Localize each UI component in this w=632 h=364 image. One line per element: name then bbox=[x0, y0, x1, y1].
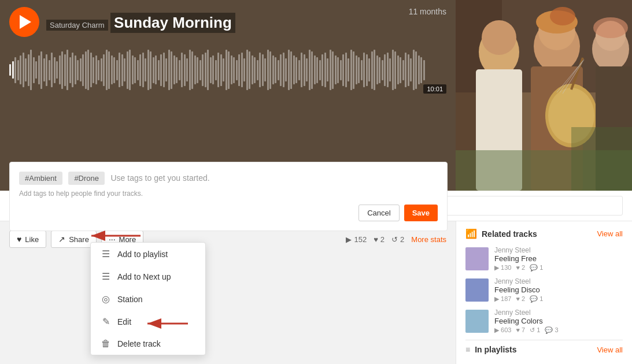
waveform-bar bbox=[150, 51, 151, 89]
waveform-bar bbox=[95, 55, 97, 84]
waveform-bar bbox=[408, 54, 409, 86]
tags-area: #Ambient #Drone Use tags to get you star… bbox=[9, 162, 448, 231]
related-stats-1: ▶ 130 ♥ 2 💬 1 bbox=[494, 264, 623, 272]
waveform-bar bbox=[400, 57, 401, 83]
waveform-bar bbox=[405, 53, 406, 87]
waveform-bar bbox=[30, 50, 32, 90]
related-info-1: Jenny Steel Feeling Free ▶ 130 ♥ 2 💬 1 bbox=[494, 246, 623, 272]
waveform-bar bbox=[205, 53, 206, 87]
waveform-bar bbox=[12, 61, 14, 79]
station-item[interactable]: ◎ Station bbox=[91, 288, 205, 310]
waveform-bar bbox=[210, 57, 212, 83]
waveform-bar bbox=[420, 57, 422, 83]
r2-plays: ▶ 187 bbox=[494, 295, 511, 303]
waveform-bar bbox=[272, 55, 274, 84]
waveform-bar bbox=[199, 60, 201, 80]
waveform-bar bbox=[207, 50, 209, 90]
waveform-bar bbox=[243, 58, 245, 81]
reposts-icon: ↺ bbox=[391, 235, 398, 244]
waveform-bar bbox=[246, 50, 248, 90]
delete-track-item[interactable]: 🗑 Delete track bbox=[91, 333, 205, 355]
arrow-annotation-2 bbox=[145, 315, 191, 332]
waveform-bar bbox=[382, 60, 383, 80]
delete-track-label: Delete track bbox=[117, 339, 161, 348]
playlists-view-all[interactable]: View all bbox=[597, 346, 623, 354]
waveform-bar bbox=[423, 60, 425, 80]
plays-count: 152 bbox=[354, 235, 367, 244]
waveform-bar bbox=[217, 53, 219, 87]
waveform-bar bbox=[345, 53, 347, 87]
waveform-bar bbox=[82, 54, 84, 86]
waveform-bar bbox=[389, 58, 391, 81]
waveform-bar bbox=[226, 50, 227, 90]
waveform-bar bbox=[35, 61, 37, 79]
waveform-bar bbox=[228, 51, 230, 89]
waveform-icon: 📶 bbox=[465, 228, 477, 239]
edit-icon: ✎ bbox=[100, 316, 112, 327]
heart-icon: ♥ bbox=[17, 235, 21, 244]
waveform-bar bbox=[113, 57, 115, 83]
waveform-bar bbox=[285, 58, 287, 81]
waveform-bar bbox=[361, 60, 363, 80]
waveform-bar bbox=[181, 53, 183, 87]
waveform-bar bbox=[176, 57, 178, 83]
left-panel: ♥ Like ↗ Share ··· More bbox=[0, 221, 456, 364]
waveform-bar bbox=[90, 53, 92, 87]
waveform-bar bbox=[23, 53, 24, 87]
in-playlists-header: ≡ In playlists View all bbox=[465, 340, 623, 354]
waveform-bar bbox=[147, 50, 149, 90]
waveform-bar bbox=[9, 64, 11, 76]
waveform-bar bbox=[184, 54, 186, 86]
waveform-bar bbox=[77, 60, 79, 80]
related-thumb-2 bbox=[465, 278, 489, 302]
waveform-bar bbox=[262, 54, 264, 86]
waveform-bar bbox=[20, 55, 21, 84]
waveform-bar bbox=[236, 60, 238, 80]
waveform-bar bbox=[38, 55, 40, 84]
waveform-bar bbox=[384, 54, 386, 86]
waveform-bar bbox=[340, 60, 342, 80]
related-info-3: Jenny Steel Feeling Colors ▶ 603 ♥ 7 ↺ 1… bbox=[494, 309, 623, 334]
related-title-3[interactable]: Feeling Colors bbox=[494, 317, 623, 325]
waveform-bar bbox=[324, 53, 326, 87]
play-button[interactable] bbox=[9, 7, 39, 37]
waveform-bar bbox=[269, 51, 271, 89]
waveform-bar bbox=[410, 58, 412, 81]
trash-icon: 🗑 bbox=[100, 339, 112, 349]
save-button[interactable]: Save bbox=[404, 205, 438, 221]
waveform-bar bbox=[321, 54, 323, 86]
waveform-bar bbox=[33, 57, 35, 83]
right-panel: 📶 Related tracks View all Jenny Steel Fe… bbox=[456, 221, 632, 364]
waveform-bar bbox=[387, 53, 389, 87]
next-up-icon: ☰ bbox=[100, 271, 112, 282]
waveform-bar bbox=[66, 50, 68, 90]
tag-ambient[interactable]: #Ambient bbox=[19, 172, 62, 185]
related-view-all[interactable]: View all bbox=[597, 229, 623, 238]
waveform-bar bbox=[264, 58, 266, 81]
waveform-bar bbox=[342, 54, 344, 86]
share-icon: ↗ bbox=[58, 235, 65, 244]
like-button[interactable]: ♥ Like bbox=[9, 231, 46, 248]
related-title-2[interactable]: Feeling Disco bbox=[494, 285, 623, 294]
waveform-bar bbox=[295, 57, 297, 83]
waveform-bar bbox=[101, 58, 102, 81]
tags-placeholder: Use tags to get you started. bbox=[110, 173, 209, 183]
waveform-bar bbox=[137, 60, 139, 80]
cancel-button[interactable]: Cancel bbox=[358, 205, 399, 221]
related-artist-3: Jenny Steel bbox=[494, 309, 623, 317]
add-to-next-up-item[interactable]: ☰ Add to Next up bbox=[91, 265, 205, 288]
related-tracks-header: 📶 Related tracks View all bbox=[465, 228, 623, 239]
related-stats-2: ▶ 187 ♥ 2 💬 1 bbox=[494, 295, 623, 303]
waveform-bar bbox=[330, 50, 331, 90]
waveform-bar bbox=[75, 55, 76, 84]
add-to-playlist-item[interactable]: ☰ Add to playlist bbox=[91, 243, 205, 265]
player-artist: Saturday Charm bbox=[46, 20, 108, 31]
artwork-svg bbox=[456, 0, 632, 191]
waveform[interactable]: 10:01 bbox=[0, 44, 456, 96]
waveform-bar bbox=[314, 55, 316, 84]
related-title-1[interactable]: Feeling Free bbox=[494, 254, 623, 263]
r2-likes: ♥ 2 bbox=[516, 295, 525, 303]
tag-drone[interactable]: #Drone bbox=[68, 172, 105, 185]
more-stats-link[interactable]: More stats bbox=[411, 235, 446, 244]
waveform-bar bbox=[106, 50, 108, 90]
